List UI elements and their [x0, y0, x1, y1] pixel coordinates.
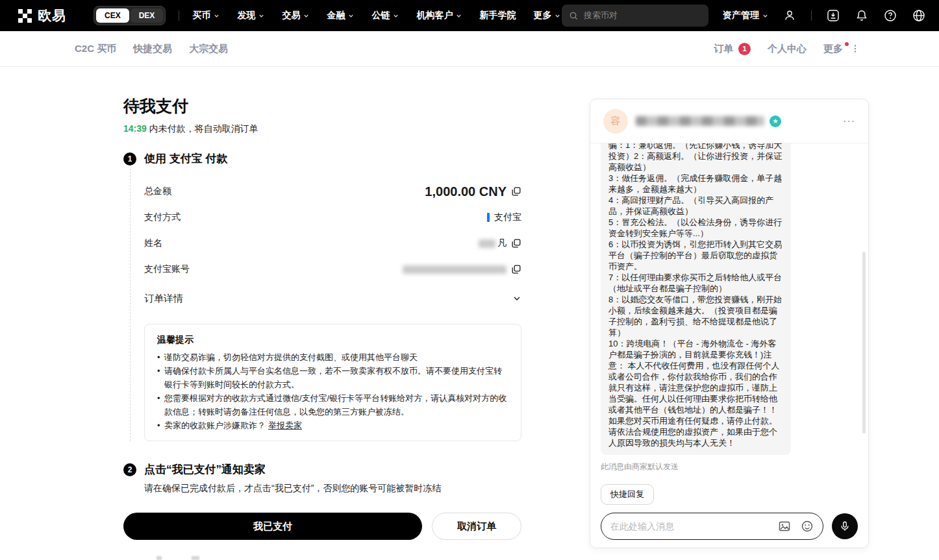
nav-item-more[interactable]: 更多 — [533, 10, 560, 21]
notice-box: 温馨提示 谨防交易诈骗，切勿轻信对方提供的支付截图、或使用其他平台聊天 请确保付… — [144, 324, 521, 441]
step-1-number: 1 — [123, 152, 136, 165]
step-2-number: 2 — [123, 463, 136, 476]
chevron-down-icon — [303, 13, 309, 19]
notice-list: 谨防交易诈骗，切勿轻信对方提供的支付截图、或使用其他平台聊天 请确保付款卡所属人… — [157, 350, 508, 432]
message-input[interactable] — [610, 521, 778, 531]
chevron-down-icon — [456, 13, 462, 19]
assets-menu[interactable]: 资产管理 — [723, 10, 768, 21]
orders-count-badge: 1 — [738, 43, 751, 55]
nav-item-trade[interactable]: 交易 — [282, 10, 309, 21]
merchant-avatar: 容 — [603, 109, 628, 134]
nav-item-chain[interactable]: 公链 — [371, 10, 399, 21]
tab-block-trade[interactable]: 大宗交易 — [189, 43, 228, 55]
chat-scrollbar[interactable] — [862, 252, 866, 433]
chat-more-button[interactable]: ··· — [843, 116, 855, 127]
notice-item: 卖家的收款账户涉嫌欺诈？举报卖家 — [157, 419, 508, 432]
tab-express-trade[interactable]: 快捷交易 — [133, 43, 172, 55]
toggle-dex[interactable]: DEX — [131, 8, 164, 23]
copy-amount-icon[interactable] — [511, 186, 521, 197]
tab-c2c-buy[interactable]: C2C 买币 — [75, 43, 116, 55]
okx-logo[interactable]: 欧易 — [18, 6, 66, 25]
download-app-icon[interactable] — [826, 8, 840, 23]
step-2-title: 点击“我已支付”通知卖家 — [144, 463, 521, 476]
paid-button[interactable]: 我已支付 — [123, 513, 422, 540]
notifications-icon[interactable] — [855, 8, 869, 23]
name-suffix: 凡 — [497, 237, 507, 249]
payment-fields: 总金额 1,000.00 CNY 支付方式 支付宝 姓名 — [144, 178, 521, 282]
microphone-icon — [839, 520, 851, 532]
nav-right: 搜索币对 资产管理 — [562, 5, 926, 27]
alipay-account-label: 支付宝账号 — [144, 263, 190, 275]
nav-item-institutional[interactable]: 机构客户 — [416, 10, 462, 21]
profile-icon[interactable] — [782, 8, 797, 23]
action-buttons: 我已支付 取消订单 — [123, 513, 521, 540]
search-input[interactable]: 搜索币对 — [562, 5, 708, 27]
image-upload-icon[interactable] — [778, 520, 791, 533]
chevron-down-icon — [762, 13, 768, 19]
step-2-description: 请在确保已完成付款后，才点击“我已支付”，否则您的账号可能被暂时冻结 — [144, 483, 521, 494]
nav-menu: 买币 发现 交易 金融 公链 机构客户 新手学院 更多 — [192, 10, 560, 21]
method-value: 支付宝 — [494, 212, 521, 223]
nav-item-discover[interactable]: 发现 — [237, 10, 264, 21]
chevron-down-icon — [258, 13, 264, 19]
cutoff-text-fragment — [192, 556, 199, 560]
nav-item-buy[interactable]: 买币 — [192, 10, 219, 21]
cancel-order-button[interactable]: 取消订单 — [432, 513, 521, 540]
nav-item-academy[interactable]: 新手学院 — [479, 10, 516, 21]
merchant-info: ★ — [636, 116, 781, 127]
merchant-message-bubble: 骗：1：兼职返佣。（先让你赚小钱，诱导加大投资）2：高额返利。（让你进行投资，并… — [601, 143, 791, 455]
copy-name-icon[interactable] — [511, 238, 521, 249]
search-placeholder: 搜索币对 — [584, 10, 618, 21]
method-label: 支付方式 — [144, 212, 181, 223]
message-input-wrap — [601, 513, 823, 540]
amount-row: 总金额 1,000.00 CNY — [144, 178, 521, 204]
amount-value: 1,000.00 CNY — [425, 184, 507, 199]
subnav-right: 订单 1 个人中心 更多 — [714, 43, 860, 55]
chat-panel: 容 ★ ··· 骗：1：兼职返佣。（先让你赚小钱，诱导加大投资）2：高额返利。（… — [590, 99, 869, 548]
message-footer-note: 此消息由商家默认发送 — [601, 461, 858, 472]
verified-badge-icon: ★ — [770, 116, 781, 127]
orders-link[interactable]: 订单 1 — [714, 43, 751, 55]
method-row: 支付方式 支付宝 — [144, 204, 521, 230]
dots-vertical-icon — [851, 44, 860, 53]
step-1-rail: 1 — [123, 152, 136, 441]
cex-dex-toggle: CEX DEX — [94, 6, 166, 25]
quick-reply-button[interactable]: 快捷回复 — [601, 484, 654, 505]
chevron-down-icon — [393, 13, 399, 19]
nav-item-finance[interactable]: 金融 — [327, 10, 354, 21]
step-1: 1 使用 支付宝 付款 总金额 1,000.00 CNY 支付方式 支付宝 — [123, 152, 521, 441]
language-globe-icon[interactable] — [912, 8, 926, 23]
nav-divider — [179, 10, 179, 21]
sub-navbar: C2C 买币 快捷交易 大宗交易 订单 1 个人中心 更多 — [0, 31, 939, 67]
amount-label: 总金额 — [144, 186, 171, 197]
chat-messages[interactable]: 骗：1：兼职返佣。（先让你赚小钱，诱导加大投资）2：高额返利。（让你进行投资，并… — [590, 143, 868, 484]
step-2: 2 点击“我已支付”通知卖家 请在确保已完成付款后，才点击“我已支付”，否则您的… — [123, 463, 521, 494]
report-seller-link[interactable]: 举报卖家 — [268, 420, 302, 430]
profile-center-link[interactable]: 个人中心 — [768, 43, 807, 55]
merchant-name-masked — [636, 116, 764, 126]
chat-header: 容 ★ ··· — [590, 99, 868, 143]
notification-dot — [845, 42, 849, 46]
countdown-line: 14:39内未付款，将自动取消订单 — [123, 123, 521, 135]
voice-message-button[interactable] — [832, 513, 858, 539]
more-menu[interactable]: 更多 — [823, 43, 860, 55]
copy-account-icon[interactable] — [511, 264, 521, 274]
notice-item: 谨防交易诈骗，切勿轻信对方提供的支付截图、或使用其他平台聊天 — [157, 350, 508, 364]
order-details-toggle[interactable]: 订单详情 — [144, 287, 521, 310]
masked-name — [479, 239, 495, 248]
masked-account — [403, 265, 507, 274]
notice-item: 请确保付款卡所属人与平台实名信息一致，若不一致卖家有权不放币。请不要使用支付宝转… — [157, 364, 508, 391]
step-connector-line — [130, 169, 131, 441]
page-title: 待我支付 — [123, 95, 521, 117]
okx-logo-icon — [18, 9, 32, 23]
payee-name-label: 姓名 — [144, 237, 162, 249]
notice-title: 温馨提示 — [157, 334, 508, 346]
help-icon[interactable] — [883, 8, 897, 23]
step-1-title: 使用 支付宝 付款 — [144, 152, 521, 165]
brand-name: 欧易 — [38, 6, 66, 25]
alipay-icon — [487, 213, 490, 222]
emoji-icon[interactable] — [801, 520, 814, 533]
toggle-cex[interactable]: CEX — [96, 8, 129, 23]
payee-name-row: 姓名 凡 — [144, 230, 521, 256]
chat-composer: 快捷回复 — [590, 484, 868, 548]
